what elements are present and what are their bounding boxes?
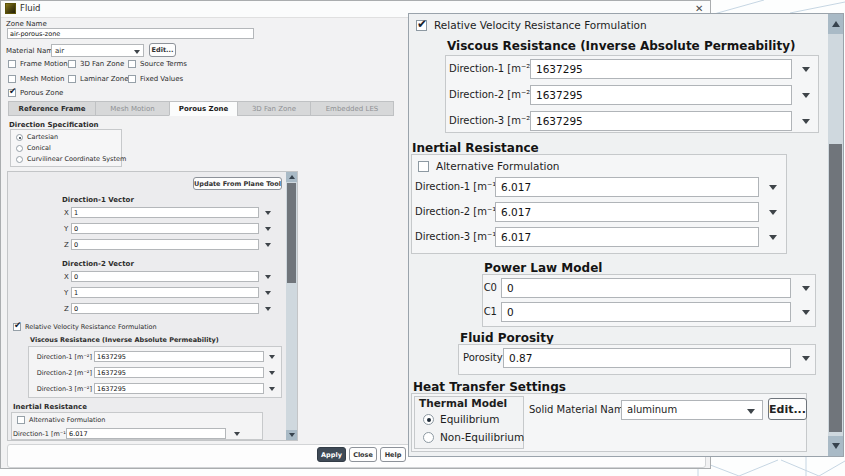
material-edit-button[interactable]: Edit...	[149, 43, 176, 57]
panel-scrollbar[interactable]	[828, 14, 843, 456]
mesh-motion-checkbox[interactable]	[8, 75, 16, 83]
scroll-up-icon[interactable]	[286, 172, 297, 182]
tab-embedded-les[interactable]: Embedded LES	[310, 101, 394, 116]
scroll-down-icon[interactable]	[828, 436, 843, 456]
c1-input[interactable]	[501, 302, 791, 322]
dropdown-arrow-icon[interactable]	[265, 275, 271, 279]
vector2-z-input[interactable]	[71, 303, 259, 314]
inertial-dir3-input-zoom[interactable]	[495, 227, 759, 247]
relative-velocity-checkbox-zoom[interactable]: ✔	[416, 20, 427, 31]
thermal-model-title: Thermal Model	[419, 397, 507, 409]
vector2-x-input[interactable]	[71, 271, 259, 282]
vector1-y-input[interactable]	[71, 223, 259, 234]
material-edit-label: Edit...	[152, 46, 174, 54]
dropdown-arrow-icon[interactable]	[802, 67, 810, 72]
cartesian-radio[interactable]	[16, 134, 23, 141]
close-label: Close	[353, 451, 373, 459]
dropdown-arrow-icon[interactable]	[769, 185, 777, 190]
tab-3d-fan-zone[interactable]: 3D Fan Zone	[237, 101, 310, 116]
dropdown-arrow-icon[interactable]	[269, 371, 275, 375]
viscous-dir1-label: Direction-1 [m⁻²]	[30, 353, 92, 361]
vector1-y-axis: Y	[64, 225, 68, 233]
dropdown-arrow-icon[interactable]	[802, 93, 810, 98]
frame-motion-checkbox[interactable]	[8, 60, 16, 68]
dropdown-arrow-icon[interactable]	[265, 227, 271, 231]
inertial-dir2-label-zoom: Direction-2 [m⁻¹]	[415, 206, 500, 217]
inertial-dir1-label-zoom: Direction-1 [m⁻¹]	[415, 181, 500, 192]
porosity-input[interactable]	[503, 348, 791, 368]
tab-mesh-motion[interactable]: Mesh Motion	[95, 101, 169, 116]
inertial-dir1-input[interactable]	[66, 428, 226, 439]
tab-porous-zone[interactable]: Porous Zone	[169, 101, 237, 116]
dropdown-arrow-icon[interactable]	[269, 355, 275, 359]
dropdown-arrow-icon[interactable]	[802, 286, 810, 291]
relative-velocity-label: Relative Velocity Resistance Formulation	[25, 323, 157, 331]
alternative-formulation-checkbox-zoom[interactable]	[418, 161, 429, 172]
viscous-dir2-input[interactable]	[94, 367, 264, 378]
viscous-dir3-input[interactable]	[94, 383, 264, 394]
porous-settings-scrollarea: Update From Plane Tool Direction-1 Vecto…	[7, 171, 298, 441]
vector1-x-axis: X	[64, 209, 69, 217]
laminar-zone-checkbox[interactable]	[68, 75, 76, 83]
dropdown-arrow-icon[interactable]	[802, 356, 810, 361]
check-icon: ✔	[9, 87, 17, 96]
solid-material-select[interactable]: aluminum	[621, 400, 763, 420]
vector2-y-input[interactable]	[71, 287, 259, 298]
curvilinear-radio[interactable]	[16, 156, 23, 163]
tab-reference-frame[interactable]: Reference Frame	[8, 101, 95, 116]
inertial-dir1-input-zoom[interactable]	[495, 177, 759, 197]
porous-zone-checkbox[interactable]: ✔	[8, 89, 16, 97]
update-from-plane-tool-label: Update From Plane Tool	[194, 180, 281, 188]
relative-velocity-checkbox[interactable]: ✔	[13, 323, 21, 331]
c0-label: C0	[469, 282, 497, 293]
laminar-zone-label: Laminar Zone	[80, 75, 129, 83]
fan-zone-3d-checkbox[interactable]	[68, 60, 76, 68]
dialog-title: Fluid	[20, 3, 40, 13]
update-from-plane-tool-button[interactable]: Update From Plane Tool	[193, 177, 282, 190]
inertial-resistance-title-zoom: Inertial Resistance	[412, 141, 539, 155]
equilibrium-radio[interactable]	[423, 414, 434, 425]
scroll-up-icon[interactable]	[828, 14, 843, 34]
viscous-dir3-input-zoom[interactable]	[530, 111, 792, 131]
dropdown-arrow-icon[interactable]	[802, 119, 810, 124]
dropdown-arrow-icon[interactable]	[234, 432, 240, 436]
c1-label: C1	[469, 306, 497, 317]
c0-input[interactable]	[501, 278, 791, 298]
dropdown-arrow-icon[interactable]	[265, 211, 271, 215]
alternative-formulation-checkbox[interactable]	[17, 416, 25, 424]
dropdown-arrow-icon[interactable]	[802, 310, 810, 315]
viscous-dir2-input-zoom[interactable]	[530, 85, 792, 105]
help-button[interactable]: Help	[380, 447, 406, 462]
solid-material-edit-button[interactable]: Edit...	[768, 398, 807, 420]
zone-name-label: Zone Name	[6, 20, 47, 28]
close-button[interactable]: Close	[349, 447, 377, 462]
vector1-x-input[interactable]	[71, 207, 259, 218]
vector1-z-input[interactable]	[71, 239, 259, 250]
inertial-dir2-input-zoom[interactable]	[495, 202, 759, 222]
material-name-select[interactable]: air	[51, 44, 144, 57]
source-terms-checkbox[interactable]	[128, 60, 136, 68]
dropdown-arrow-icon[interactable]	[265, 307, 271, 311]
viscous-dir1-input[interactable]	[94, 351, 264, 362]
alternative-formulation-label: Alternative Formulation	[29, 416, 105, 424]
dropdown-arrow-icon[interactable]	[769, 210, 777, 215]
viscous-dir1-input-zoom[interactable]	[530, 59, 792, 79]
fan-zone-3d-label: 3D Fan Zone	[80, 60, 124, 68]
vector1-z-axis: Z	[64, 241, 69, 249]
dropdown-arrow-icon[interactable]	[769, 235, 777, 240]
non-equilibrium-radio[interactable]	[423, 432, 434, 443]
apply-button[interactable]: Apply	[317, 447, 346, 462]
dropdown-arrow-icon[interactable]	[265, 243, 271, 247]
dropdown-arrow-icon	[747, 409, 755, 414]
check-icon: ✔	[417, 18, 427, 30]
alternative-formulation-label-zoom: Alternative Formulation	[436, 160, 560, 172]
scrollbar-thumb[interactable]	[829, 144, 842, 432]
conical-radio[interactable]	[16, 145, 23, 152]
scroll-down-icon[interactable]	[286, 430, 297, 440]
zone-name-input[interactable]	[7, 28, 254, 39]
dropdown-arrow-icon[interactable]	[269, 387, 275, 391]
fixed-values-checkbox[interactable]	[128, 75, 136, 83]
scrollbar-thumb[interactable]	[287, 183, 296, 283]
dropdown-arrow-icon[interactable]	[265, 291, 271, 295]
inner-scrollbar[interactable]	[286, 172, 297, 440]
